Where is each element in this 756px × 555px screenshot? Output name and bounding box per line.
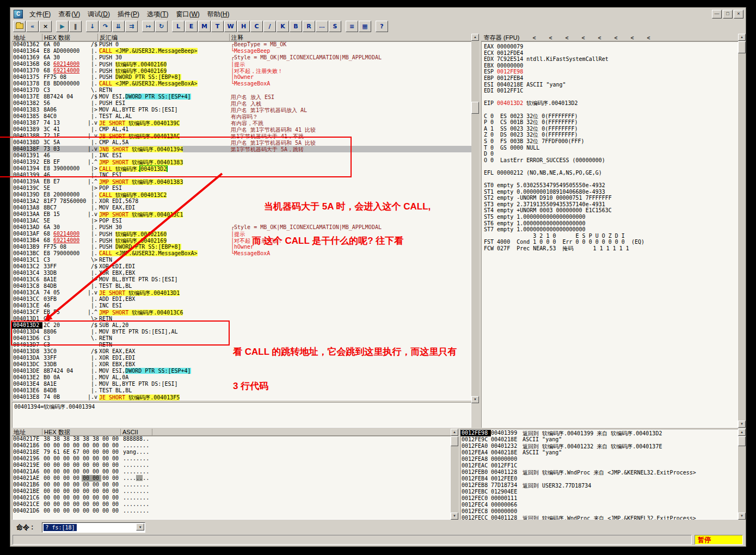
registers-arrow-icon[interactable]: < bbox=[631, 35, 634, 41]
dump-row[interactable]: 004021BE0000000000000000........ bbox=[12, 488, 451, 495]
dump-row[interactable]: 0040218E79616E6700000000yang.... bbox=[12, 449, 451, 455]
disasm-row[interactable]: 0040138B72 1F|.vJB SHORT 软编码序.004013AC第1… bbox=[12, 133, 471, 139]
disasm-row[interactable]: 0040137E8B7424 04/$MOV ESI,DWORD PTR SS:… bbox=[12, 94, 471, 100]
restart-button[interactable]: « bbox=[26, 21, 39, 32]
register-line[interactable] bbox=[484, 163, 738, 170]
animate-over-button[interactable]: ⇉ bbox=[125, 21, 138, 32]
disasm-row[interactable]: 00401364E8 AD000000|.CALL <JMP.&USER32.M… bbox=[12, 48, 471, 54]
restore-button[interactable]: □ bbox=[723, 10, 733, 18]
step-over-button[interactable]: ↷ bbox=[99, 21, 112, 32]
cpu-window-button[interactable]: C bbox=[250, 21, 263, 32]
dump-row[interactable]: 004021960000000000000000........ bbox=[12, 455, 451, 462]
scroll-up-icon[interactable]: ▲ bbox=[451, 429, 458, 436]
register-line[interactable]: 3 2 1 0 E S P U O Z D I bbox=[484, 233, 738, 239]
register-line[interactable]: ST3 empty 2.3719135509435357140e-4931 bbox=[484, 201, 738, 208]
stack-scroll-thumb[interactable] bbox=[738, 436, 746, 446]
register-line[interactable]: FCW 027F Prec NEAR,53 掩码 1 1 1 1 1 1 bbox=[484, 245, 738, 252]
column-header-hex[interactable]: HEX 数据 bbox=[42, 34, 98, 41]
stack-row[interactable]: 0012FEA800000000 bbox=[460, 456, 738, 462]
handles-window-button[interactable]: H bbox=[237, 21, 250, 32]
register-line[interactable]: EBX 00000000 bbox=[484, 63, 738, 69]
stack-row[interactable]: 0012FEC000000111 bbox=[460, 495, 738, 502]
dump-row[interactable]: 0040217E3838383838380000888888.. bbox=[12, 436, 451, 442]
register-line[interactable]: EIP 004013D2 软编码序.004013D2 bbox=[484, 100, 738, 107]
register-line[interactable]: EFL 00000212 (NO,NB,NE,A,NS,PO,GE,G) bbox=[484, 170, 738, 176]
register-line[interactable]: ST1 empty 0.0000000108910406680e-4933 bbox=[484, 189, 738, 195]
disasm-row[interactable]: 004013C433DB|.XOR EBX,EBX bbox=[12, 270, 471, 276]
options-button[interactable]: ≡ bbox=[346, 21, 358, 32]
column-header-address[interactable]: 地址 bbox=[12, 34, 42, 41]
disasm-row[interactable]: 004013CC03FB|.ADD EDI,EBX bbox=[12, 296, 471, 303]
column-header-comment[interactable]: 注释 bbox=[230, 34, 471, 41]
register-line[interactable]: ECX 0012FDE4 bbox=[484, 50, 738, 57]
register-line[interactable]: EAX 00000079 bbox=[484, 44, 738, 50]
combo-dropdown-icon[interactable]: ▼ bbox=[136, 523, 144, 531]
disasm-row[interactable]: 0040138D3C 5A|.CMP AL,5A用户名 第1字节机器码和 5A … bbox=[12, 139, 471, 146]
register-line[interactable]: ST7 empty 1.0000000000000000000 bbox=[484, 226, 738, 233]
disasm-row[interactable]: 004013D1C3\>RETN bbox=[12, 316, 471, 322]
command-input[interactable]: ? fs:[18] ▼ bbox=[42, 522, 145, 533]
register-line[interactable]: P 0 CS 001B 32位 0(FFFFFFFF) bbox=[484, 119, 738, 126]
register-line[interactable]: EDX 7C92E514 ntdll.KiFastSystemCallRet bbox=[484, 56, 738, 63]
stack-row[interactable]: 0012FEA40040218EASCII "yang" bbox=[460, 449, 738, 456]
scroll-up-icon[interactable]: ▲ bbox=[471, 34, 479, 41]
disasm-row[interactable]: 004013CA74 05|.vJE SHORT 软编码序.004013D1 bbox=[12, 289, 471, 296]
executables-window-button[interactable]: E bbox=[185, 21, 198, 32]
log-window-button[interactable]: L bbox=[172, 21, 185, 32]
registers-view-arrows[interactable]: <<<<<<<< bbox=[519, 34, 650, 41]
register-line[interactable]: O 0 LastErr ERROR_SUCCESS (00000000) bbox=[484, 157, 738, 164]
disasm-row[interactable]: 004013838A06|>MOV AL,BYTE PTR DS:[ESI]用户… bbox=[12, 107, 471, 113]
registers-arrow-icon[interactable]: < bbox=[532, 35, 536, 41]
disasm-row[interactable]: 004013CFEB F5|.^JMP SHORT 软编码序.004013C6 bbox=[12, 309, 471, 316]
registers-arrow-icon[interactable]: < bbox=[549, 35, 552, 41]
register-line[interactable]: EBP 0012FEB4 bbox=[484, 75, 738, 82]
disasm-row[interactable]: 0040138584C0|.TEST AL,AL有内容吗？ bbox=[12, 113, 471, 120]
registers-scroll-thumb[interactable] bbox=[738, 41, 746, 53]
call-stack-button[interactable]: K bbox=[276, 21, 289, 32]
register-line[interactable]: ST4 empty +UNORM 0003 00000000 E1C1563C bbox=[484, 207, 738, 214]
scroll-down-icon[interactable]: ▼ bbox=[738, 513, 746, 520]
disasm-row[interactable]: 0040137DC3\.RETN bbox=[12, 87, 471, 94]
registers-arrow-icon[interactable]: < bbox=[598, 35, 601, 41]
register-line[interactable]: D 0 bbox=[484, 151, 738, 157]
disasm-row[interactable]: 004013C884DB|.TEST BL,BL bbox=[12, 283, 471, 289]
dump-header-ascii[interactable]: ASCII bbox=[121, 429, 152, 435]
register-line[interactable] bbox=[484, 107, 738, 113]
close-button[interactable]: × bbox=[734, 10, 743, 18]
scroll-up-icon[interactable]: ▲ bbox=[738, 429, 746, 436]
stack-row[interactable]: 0012FEA000401232返回到 软编码序.00401232 来自 软编码… bbox=[460, 443, 738, 449]
register-line[interactable]: ST5 empty 1.0000000000000000000 bbox=[484, 214, 738, 220]
register-line[interactable] bbox=[484, 176, 738, 182]
dump-row[interactable]: 004021860000000000000000........ bbox=[12, 442, 451, 449]
help-button[interactable]: ? bbox=[376, 21, 388, 32]
register-line[interactable] bbox=[484, 94, 738, 101]
menu-plugins[interactable]: 插件(P) bbox=[114, 9, 143, 20]
register-line[interactable]: S 0 FS 003B 32位 7FFDF000(FFF) bbox=[484, 138, 738, 145]
column-header-disassembly[interactable]: 反汇编 bbox=[98, 34, 230, 41]
dump-row[interactable]: 0040219E0000000000000000........ bbox=[12, 462, 451, 468]
scroll-down-icon[interactable]: ▼ bbox=[738, 421, 746, 428]
threads-window-button[interactable]: T bbox=[211, 21, 224, 32]
pause-button[interactable]: ‖ bbox=[69, 21, 82, 32]
stack-row[interactable]: 0012FE9800401399返回到 软编码序.00401399 来自 软编码… bbox=[460, 430, 738, 436]
disasm-row[interactable]: 0040138F73 03|.vJNB SHORT 软编码序.00401394第… bbox=[12, 146, 471, 152]
disasm-row[interactable]: 004013CE46|.INC ESI bbox=[12, 303, 471, 309]
disasm-row[interactable]: 0040139146|.INC ESI bbox=[12, 152, 471, 159]
dump-row[interactable]: 004021CE0000000000000000........ bbox=[12, 501, 451, 508]
source-window-button[interactable]: S bbox=[329, 21, 341, 32]
stack-row[interactable]: 0012FEB000401128返回到 软编码序.WndProc 来自 <JMP… bbox=[460, 469, 738, 476]
execute-till-return-button[interactable]: ↦ bbox=[142, 21, 155, 32]
registers-scrollbar[interactable]: ▲ ▼ bbox=[738, 34, 746, 428]
dump-row[interactable]: 004021AE0000000000000000........ bbox=[12, 475, 451, 482]
stack-row[interactable]: 0012FEB877D18734返回到 USER32.77D18734 bbox=[460, 482, 738, 489]
register-line[interactable]: A 1 SS 0023 32位 0(FFFFFFFF) bbox=[484, 126, 738, 132]
disasm-row[interactable]: 004013C68A1E|>MOV BL,BYTE PTR DS:[ESI] bbox=[12, 276, 471, 283]
animate-into-button[interactable]: ⇊ bbox=[112, 21, 125, 32]
windows-list-button[interactable]: ▦ bbox=[359, 21, 371, 32]
menu-view[interactable]: 查看(V) bbox=[54, 9, 84, 20]
register-line[interactable]: EDI 0012FF1C bbox=[484, 88, 738, 94]
patches-window-button[interactable]: / bbox=[263, 21, 276, 32]
disasm-row[interactable]: 0040138774 13|.vJE SHORT 软编码序.0040139C有内… bbox=[12, 120, 471, 126]
minimize-button[interactable]: — bbox=[712, 10, 722, 18]
stack-row[interactable]: 0012FEC400000066 bbox=[460, 502, 738, 508]
